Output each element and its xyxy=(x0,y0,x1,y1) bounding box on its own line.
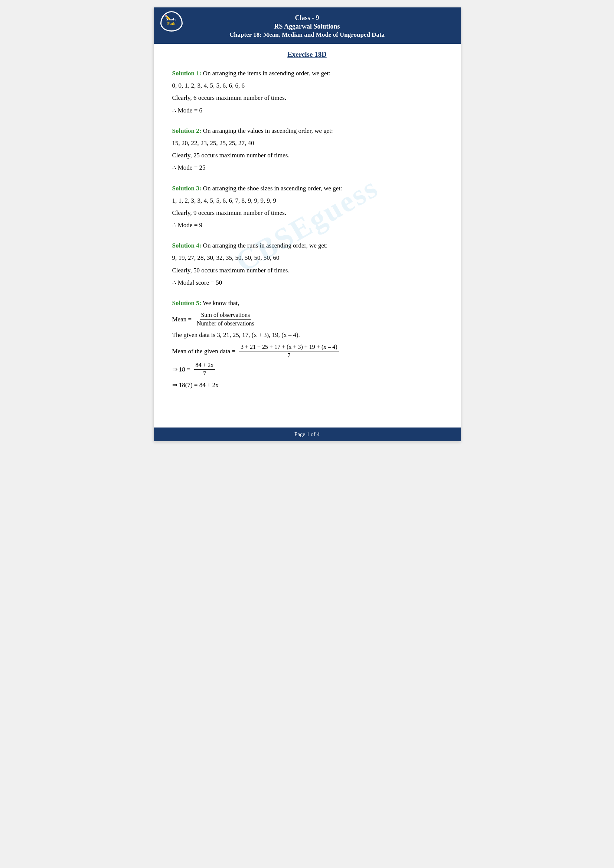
solution-5-given-data: The given data is 3, 21, 25, 17, (x + 3)… xyxy=(172,330,442,340)
implies-1: ⇒ 18 = 84 + 2x 7 xyxy=(172,362,442,377)
solution-3-observation: Clearly, 9 occurs maximum number of time… xyxy=(172,208,442,218)
exercise-title: Exercise 18D xyxy=(154,50,460,59)
solution-3: Solution 3: On arranging the shoe sizes … xyxy=(172,183,442,231)
solution-4-intro: Solution 4: On arranging the runs in asc… xyxy=(172,240,442,251)
solution-3-result: ∴ Mode = 9 xyxy=(172,220,442,230)
mean-formula: Mean = Sum of observations Number of obs… xyxy=(172,312,442,327)
solution-2: Solution 2: On arranging the values in a… xyxy=(172,126,442,173)
page: CBSEguess ✏️ Study Path Class - 9 RS Agg… xyxy=(154,8,460,441)
solution-1-result: ∴ Mode = 6 xyxy=(172,105,442,115)
mean-fraction-numerator: Sum of observations xyxy=(200,312,252,319)
mean-of-given-formula: Mean of the given data = 3 + 21 + 25 + 1… xyxy=(172,344,442,359)
page-footer: Page 1 of 4 xyxy=(154,428,460,441)
solution-3-text: On arranging the shoe sizes in ascending… xyxy=(203,185,342,192)
solution-4-values: 9, 19, 27, 28, 30, 32, 35, 50, 50, 50, 5… xyxy=(172,253,442,263)
mean-of-given-fraction: 3 + 21 + 25 + 17 + (x + 3) + 19 + (x – 4… xyxy=(239,344,338,359)
solution-5-intro: Solution 5: We know that, xyxy=(172,298,442,308)
solution-5-text: We know that, xyxy=(203,299,239,307)
solution-1-intro: Solution 1: On arranging the items in as… xyxy=(172,68,442,78)
solution-4-result: ∴ Modal score = 50 xyxy=(172,277,442,288)
solution-1-values: 0, 0, 1, 2, 3, 4, 5, 5, 6, 6, 6, 6 xyxy=(172,81,442,91)
content-area: Solution 1: On arranging the items in as… xyxy=(154,62,460,423)
solution-1-label: Solution 1: xyxy=(172,70,202,77)
solution-3-values: 1, 1, 2, 3, 3, 4, 5, 5, 6, 6, 7, 8, 9, 9… xyxy=(172,195,442,206)
mean-equals-text: Mean = xyxy=(172,316,192,323)
solution-3-intro: Solution 3: On arranging the shoe sizes … xyxy=(172,183,442,193)
page-number: Page 1 of 4 xyxy=(295,431,319,437)
rs-label: RS Aggarwal Solutions xyxy=(161,23,453,30)
solution-1: Solution 1: On arranging the items in as… xyxy=(172,68,442,115)
solution-2-text: On arranging the values in ascending ord… xyxy=(203,127,333,134)
solution-2-label: Solution 2: xyxy=(172,127,202,134)
page-header: ✏️ Study Path Class - 9 RS Aggarwal Solu… xyxy=(154,8,460,44)
solution-5-label: Solution 5: xyxy=(172,299,202,307)
mean-given-numerator: 3 + 21 + 25 + 17 + (x + 3) + 19 + (x – 4… xyxy=(239,344,338,352)
solution-4-observation: Clearly, 50 occurs maximum number of tim… xyxy=(172,265,442,275)
solution-1-text: On arranging the items in ascending orde… xyxy=(203,70,330,77)
pen-icon: ✏️ xyxy=(164,14,171,21)
solution-2-values: 15, 20, 22, 23, 25, 25, 25, 27, 40 xyxy=(172,138,442,148)
chapter-label: Chapter 18: Mean, Median and Mode of Ung… xyxy=(161,31,453,39)
solution-2-result: ∴ Mode = 25 xyxy=(172,163,442,172)
implies-1-fraction: 84 + 2x 7 xyxy=(194,362,215,377)
solution-2-observation: Clearly, 25 occurs maximum number of tim… xyxy=(172,150,442,160)
logo-path-text: Path xyxy=(167,21,175,26)
implies-1-text: ⇒ 18 = xyxy=(172,366,191,374)
solution-5: Solution 5: We know that, Mean = Sum of … xyxy=(172,298,442,391)
mean-of-given-text: Mean of the given data = xyxy=(172,348,236,355)
class-label: Class - 9 xyxy=(161,14,453,22)
mean-given-denominator: 7 xyxy=(286,352,292,359)
mean-fraction: Sum of observations Number of observatio… xyxy=(195,312,256,327)
implies-1-denominator: 7 xyxy=(202,370,208,377)
implies-1-numerator: 84 + 2x xyxy=(194,362,215,370)
solution-1-observation: Clearly, 6 occurs maximum number of time… xyxy=(172,93,442,103)
solution-4: Solution 4: On arranging the runs in asc… xyxy=(172,240,442,288)
solution-2-intro: Solution 2: On arranging the values in a… xyxy=(172,126,442,136)
mean-fraction-denominator: Number of observations xyxy=(195,319,256,327)
implies-2: ⇒ 18(7) = 84 + 2x xyxy=(172,380,442,390)
logo: ✏️ Study Path xyxy=(160,11,186,33)
solution-4-label: Solution 4: xyxy=(172,242,202,249)
solution-3-label: Solution 3: xyxy=(172,185,202,192)
solution-4-text: On arranging the runs in ascending order… xyxy=(203,242,328,249)
